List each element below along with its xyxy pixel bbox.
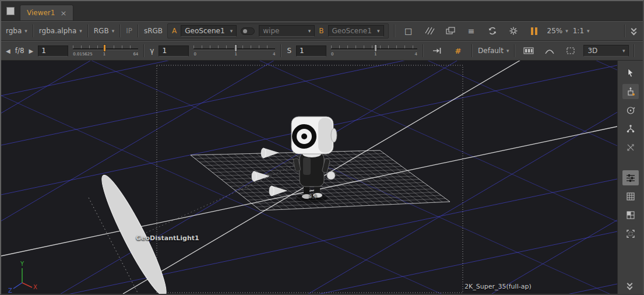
transform-handles-button[interactable] (640, 43, 644, 58)
translate-tool-button[interactable] (622, 84, 639, 99)
gain-slider-handle[interactable] (103, 44, 106, 52)
rotate-tool-button[interactable] (622, 103, 639, 118)
divider (624, 24, 625, 37)
pause-icon (531, 27, 533, 35)
next-arrow-icon[interactable]: ▶ (29, 48, 34, 54)
format-label: 2K_Super_35(full-ap) (464, 283, 532, 290)
proxy-mode-button[interactable] (442, 23, 459, 38)
wipe-inputs-group: A GeoScene1 ▾ wipe ▾ B GeoScene1 ▾ (167, 23, 388, 38)
divider (87, 24, 89, 37)
gamma-input[interactable]: 1 (159, 45, 189, 57)
hierarchy-tool-button[interactable] (622, 121, 639, 136)
gamma-slider[interactable]: 0 1 4 (193, 43, 275, 58)
view-mode-dropdown[interactable]: 3D ▾ (583, 45, 629, 57)
wipe-controls-button[interactable] (622, 170, 639, 185)
3d-viewport[interactable]: Y X Z GeoDistantLight1 0,0 2K_Super_35(f… (1, 61, 617, 294)
chevron-down-icon: ▾ (506, 48, 509, 54)
divider (280, 44, 281, 57)
scanline-button[interactable]: ≡ (463, 23, 480, 38)
rotate-icon (625, 105, 636, 115)
tab-title: Viewer1 (27, 9, 55, 17)
input-a-label: A (172, 27, 177, 35)
scale-tool-button[interactable] (622, 140, 639, 155)
region-select-button[interactable] (622, 226, 639, 241)
pixel-aspect-dropdown[interactable]: 1:1 ▾ (573, 27, 590, 35)
chevron-down-icon: ▾ (377, 28, 380, 34)
downrez-dropdown[interactable]: Default ▾ (478, 47, 509, 55)
gear-icon (508, 26, 519, 36)
gain-slider[interactable]: 0.015625 1 64 (73, 43, 138, 58)
panel-menu-icon[interactable] (6, 7, 15, 15)
collapse-sidebar-icon[interactable] (627, 282, 634, 290)
axis-x-label: X (33, 284, 37, 290)
chevron-down-icon: ▾ (565, 28, 568, 34)
contact-sheet-button[interactable] (622, 189, 639, 204)
divider (119, 24, 121, 37)
saturation-slider[interactable]: 0 1 4 (331, 43, 417, 58)
chevron-down-icon: ▾ (79, 28, 82, 34)
alpha-layer-dropdown[interactable]: rgba.alpha ▾ (39, 27, 82, 35)
chevron-down-icon: ▾ (587, 28, 590, 34)
light-name-label: GeoDistantLight1 (136, 234, 199, 242)
scale-icon (625, 142, 636, 153)
split-view-button[interactable] (622, 208, 639, 223)
prev-arrow-icon[interactable]: ◀ (6, 48, 10, 54)
curve-icon (544, 46, 555, 55)
saturation-label: S (287, 47, 291, 55)
goto-input-button[interactable] (429, 43, 445, 58)
lut-curve-button[interactable] (541, 43, 558, 58)
divider (143, 44, 145, 57)
tab-viewer1[interactable]: Viewer1 × (20, 5, 73, 20)
fstop-label[interactable]: f/8 (15, 47, 24, 55)
roi-marquee-button[interactable] (562, 43, 579, 58)
distant-light-disc[interactable] (94, 170, 174, 294)
arrow-to-bar-icon (432, 46, 442, 55)
corner-brackets-icon (625, 229, 636, 239)
stripes-icon (424, 26, 435, 36)
saturation-input[interactable]: 1 (296, 45, 326, 57)
colorspace-dropdown[interactable]: sRGB (144, 27, 163, 35)
collapse-toolbar-icon[interactable] (631, 27, 638, 36)
channels-dropdown[interactable]: RGB ▾ (94, 27, 114, 35)
chevron-down-icon: ▾ (24, 28, 27, 34)
gamma-label: γ (150, 47, 154, 55)
select-tool-button[interactable] (622, 65, 639, 80)
pause-button[interactable] (526, 23, 543, 38)
divider (394, 24, 395, 37)
toggle-knob-icon (243, 29, 247, 33)
divider (634, 44, 635, 57)
saturation-slider-handle[interactable] (374, 44, 377, 52)
sliders-icon (625, 173, 636, 183)
gamma-slider-handle[interactable] (234, 44, 237, 52)
framebuffer-button[interactable] (520, 43, 537, 58)
input-b-label: B (319, 27, 323, 35)
3d-viewport-canvas: Y X Z (1, 61, 617, 294)
cursor-icon (625, 68, 636, 78)
wipe-blend-toggle[interactable] (241, 27, 255, 35)
tab-close-icon[interactable]: × (60, 9, 66, 17)
chevron-down-icon: ▾ (112, 28, 115, 34)
wipe-pattern-button[interactable] (421, 23, 438, 38)
viewport-rect-icon: □ (404, 26, 412, 36)
dashed-box-icon (565, 46, 576, 55)
input-process-toggle[interactable]: IP (126, 27, 132, 35)
zoom-dropdown[interactable]: 25% ▾ (547, 27, 568, 35)
divider (33, 24, 34, 37)
input-b-dropdown[interactable]: GeoScene1 ▾ (328, 25, 384, 37)
refresh-button[interactable] (484, 23, 501, 38)
wipe-mode-dropdown[interactable]: wipe ▾ (259, 25, 315, 37)
gain-input[interactable]: 1 (38, 45, 68, 57)
axis-y-label: Y (20, 261, 24, 267)
axis-z-label: Z (8, 287, 12, 294)
main-area: Y X Z GeoDistantLight1 0,0 2K_Super_35(f… (1, 61, 643, 294)
tab-bar: Viewer1 × (1, 1, 643, 21)
grid-panes-icon (625, 191, 636, 202)
divider (471, 44, 473, 57)
show-overlay-button[interactable]: □ (400, 23, 417, 38)
roi-settings-button[interactable] (505, 23, 522, 38)
axis-gizmo: Y X Z (8, 261, 37, 294)
input-a-dropdown[interactable]: GeoScene1 ▾ (181, 25, 237, 37)
grid-toggle-button[interactable]: # (450, 43, 466, 58)
layer-dropdown[interactable]: rgba ▾ (6, 27, 27, 35)
split-quad-icon (625, 210, 636, 220)
